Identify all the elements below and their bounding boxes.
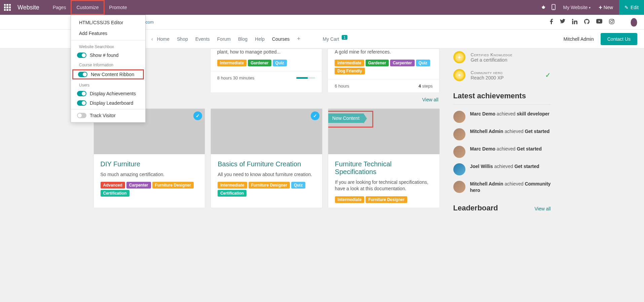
view-all-link[interactable]: View all [95, 97, 439, 102]
svg-point-8 [613, 20, 613, 20]
customize-dropdown: HTML/CSS/JS Editor Add Features Website … [71, 15, 146, 123]
tag: Furniture Designer [249, 182, 290, 189]
course-image: ✓ [211, 109, 322, 154]
pencil-icon: ✎ [624, 5, 629, 10]
twitter-icon[interactable] [560, 19, 565, 26]
tag: Quiz [416, 60, 430, 66]
nav-home[interactable]: Home [157, 36, 169, 42]
edit-button[interactable]: ✎ Edit [619, 0, 644, 15]
new-content-ribbon: New Content [328, 113, 364, 123]
nav-shop[interactable]: Shop [177, 36, 188, 42]
course-description: All you need to know about furniture cre… [218, 171, 315, 178]
course-description: So much amazing certification. [101, 171, 198, 178]
achievements-heading: Latest achievements [453, 92, 551, 100]
achievement-item[interactable]: Marc Demo achieved Get started [453, 143, 551, 161]
achievement-item[interactable]: Mitchell Admin achieved Community hero [453, 178, 551, 196]
course-card-specs[interactable]: New Content Furniture Technical Specific… [328, 108, 440, 208]
course-card[interactable]: plant, how to manage potted... Intermedi… [210, 48, 322, 93]
course-card-basics[interactable]: ✓ Basics of Furniture Creation All you n… [211, 108, 323, 208]
medal-icon [453, 51, 465, 63]
logo-drop-icon [631, 18, 637, 27]
verified-badge-icon: ✓ [311, 111, 319, 120]
user-menu[interactable]: Mitchell Admin [563, 36, 594, 42]
medal-icon [453, 69, 465, 81]
tag: Intermediate [335, 196, 364, 203]
tag: Furniture Designer [366, 196, 407, 203]
avatar [453, 146, 465, 158]
github-icon[interactable] [584, 19, 590, 26]
course-duration: 8 hours 30 minutes [217, 75, 255, 80]
youtube-icon[interactable] [596, 19, 602, 26]
tag: Intermediate [218, 182, 247, 189]
nav-courses[interactable]: Courses [272, 36, 290, 42]
tag: Dog Friendly [335, 68, 365, 74]
check-icon: ✓ [545, 71, 551, 79]
facebook-icon[interactable] [550, 19, 553, 26]
new-button[interactable]: + New [599, 4, 613, 11]
menu-html-editor[interactable]: HTML/CSS/JS Editor [71, 17, 145, 28]
tag: Carpenter [390, 60, 415, 66]
course-description: If you are looking for technical specifi… [335, 179, 433, 192]
my-website-dropdown[interactable]: My Website [558, 0, 595, 15]
goal-title: Certified Knowledge [471, 52, 513, 57]
linkedin-icon[interactable] [572, 19, 577, 26]
avatar [453, 111, 465, 123]
nav-pages[interactable]: Pages [48, 0, 71, 15]
plus-icon: + [599, 4, 602, 11]
leaderboard-view-all[interactable]: View all [535, 206, 551, 211]
toggle-switch-icon [77, 53, 86, 58]
menu-add-features[interactable]: Add Features [71, 28, 145, 39]
achievement-item[interactable]: Marc Demo achieved skill developer [453, 108, 551, 126]
nav-promote[interactable]: Promote [105, 0, 132, 15]
course-title: Furniture Technical Specifications [335, 160, 433, 176]
app-brand[interactable]: Website [17, 4, 39, 11]
course-card-diy[interactable]: ✓ DIY Furniture So much amazing certific… [93, 108, 205, 208]
tag: Certification [218, 190, 247, 197]
avatar [453, 128, 465, 140]
goal-subtitle: Get a certification [471, 57, 513, 63]
tag: Gardener [248, 60, 271, 66]
chevron-left-icon[interactable]: ‹ [151, 36, 153, 42]
course-description: plant, how to manage potted... [217, 49, 315, 56]
nav-help[interactable]: Help [255, 36, 265, 42]
course-card[interactable]: A gold mine for references. Intermediate… [328, 48, 440, 93]
tag: Quiz [273, 60, 287, 66]
toggle-display-achievements[interactable]: Display Achievements [71, 89, 145, 98]
achievement-item[interactable]: Mitchell Admin achieved Get started [453, 126, 551, 143]
nav-customize[interactable]: Customize [71, 0, 104, 15]
tag: Carpenter [126, 182, 151, 189]
instagram-icon[interactable] [609, 19, 614, 26]
nav-events[interactable]: Events [195, 36, 210, 42]
toggle-switch-icon [77, 100, 86, 106]
mobile-icon[interactable] [552, 4, 556, 11]
leaderboard-heading: Leaderboard View all [453, 204, 551, 212]
nav-cart[interactable]: My Cart 1 [323, 36, 347, 42]
contact-us-button[interactable]: Contact Us [601, 33, 637, 45]
toggle-switch-icon [77, 91, 86, 96]
toggle-show-found[interactable]: Show # found [71, 51, 145, 60]
apps-grid-icon[interactable] [4, 4, 11, 11]
goal-community-hero[interactable]: Community hero Reach 2000 XP ✓ [453, 66, 551, 84]
goal-subtitle: Reach 2000 XP [471, 75, 504, 80]
tag: Advanced [101, 182, 125, 189]
bug-icon[interactable] [541, 4, 546, 11]
toggle-track-visitor[interactable]: Track Visitor [71, 111, 145, 120]
svg-point-0 [542, 6, 545, 9]
goal-certified-knowledge[interactable]: Certified Knowledge Get a certification [453, 48, 551, 66]
course-title: Basics of Furniture Creation [218, 160, 315, 168]
tag: Quiz [291, 182, 305, 189]
nav-blog[interactable]: Blog [238, 36, 248, 42]
tag: Certification [101, 190, 129, 197]
tag: Gardener [366, 60, 389, 66]
course-description: A gold mine for references. [335, 49, 432, 56]
nav-forum[interactable]: Forum [217, 36, 231, 42]
achievement-item[interactable]: Joel Willis achieved Get started [453, 161, 551, 178]
toggle-switch-icon [77, 113, 86, 118]
goal-title: Community hero [471, 70, 504, 75]
toggle-display-leaderboard[interactable]: Display Leaderboard [71, 98, 145, 108]
cart-count-badge: 1 [342, 35, 347, 40]
progress-bar [296, 77, 315, 79]
toggle-new-content-ribbon[interactable]: New Content Ribbon [72, 69, 144, 79]
nav-add-page[interactable]: + [297, 35, 301, 42]
social-icons [550, 19, 614, 26]
